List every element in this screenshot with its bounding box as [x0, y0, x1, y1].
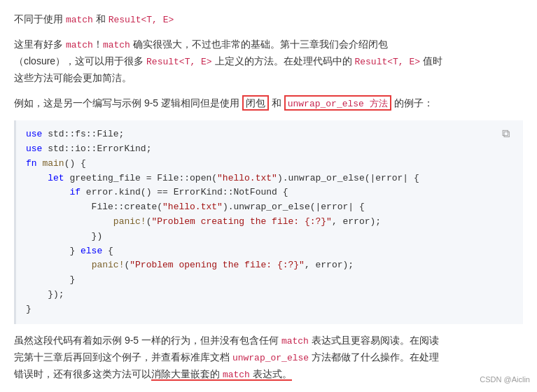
para4-unwrap: unwrap_or_else: [232, 353, 309, 363]
code-line-8: panic!("Problem creating the file: {:?}"…: [26, 215, 513, 230]
closure-highlight: 闭包: [242, 95, 269, 111]
para3-and: 和: [272, 97, 284, 108]
para3-suffix: 的例子：: [394, 97, 433, 108]
code-line-1: use std::fs::File;: [26, 127, 513, 142]
code-line-6: if error.kind() == ErrorKind::NotFound {: [26, 186, 513, 200]
para2-result: Result<T, E>: [146, 57, 212, 67]
para4-highlight: 消除大量嵌套的 match 表达式。: [151, 368, 292, 381]
unwrap-highlight: unwrap_or_else 方法: [284, 95, 391, 111]
code-line-11: panic!("Problem opening the file: {:?}",…: [26, 258, 513, 273]
para4-match: match: [281, 336, 309, 346]
page-container: 不同于使用 match 和 Result<T, E> 这里有好多 match！m…: [0, 0, 537, 392]
para2-match1: match: [66, 40, 93, 50]
title-result-code: Result<T, E>: [109, 15, 174, 25]
code-line-14: }: [26, 302, 513, 317]
para2-match2: match: [103, 40, 130, 50]
bottom-paragraph: 虽然这段代码有着如示例 9-5 一样的行为，但并没有包含任何 match 表达式…: [14, 332, 523, 383]
para4-match2: match: [223, 370, 250, 380]
code-line-7: File::create("hello.txt").unwrap_or_else…: [26, 200, 513, 215]
title-text: 不同于使用 match 和 Result<T, E>: [14, 13, 174, 24]
para3-prefix: 例如，这是另一个编写与示例 9-5 逻辑相同但是使用: [14, 97, 239, 108]
code-line-9: }): [26, 230, 513, 244]
code-line-12: }: [26, 273, 513, 288]
footer-attribution: CSDN @Aiclin: [480, 373, 530, 386]
code-line-10: } else {: [26, 244, 513, 259]
code-line-5: let greeting_file = File::open("hello.tx…: [26, 172, 513, 186]
code-line-4: fn main() {: [26, 157, 513, 172]
footer-text: CSDN @Aiclin: [480, 375, 530, 384]
code-block: ⧉ use std::fs::File; use std::io::ErrorK…: [14, 120, 523, 323]
paragraph-2: 这里有好多 match！match 确实很强大，不过也非常的基础。第十三章我们会…: [14, 36, 523, 87]
para4-text: 虽然这段代码有着如示例 9-5 一样的行为，但并没有包含任何 match 表达式…: [14, 335, 439, 379]
para2-text: 这里有好多 match！match 确实很强大，不过也非常的基础。第十三章我们会…: [14, 38, 442, 83]
code-line-2: use std::io::ErrorKind;: [26, 142, 513, 157]
unwrap-code: unwrap_or_else 方法: [288, 99, 388, 109]
title-match-code: match: [66, 15, 93, 25]
paragraph-3: 例如，这是另一个编写与示例 9-5 逻辑相同但是使用 闭包 和 unwrap_o…: [14, 95, 523, 112]
code-line-13: });: [26, 288, 513, 302]
title-paragraph: 不同于使用 match 和 Result<T, E>: [14, 11, 523, 28]
copy-icon[interactable]: ⧉: [502, 126, 516, 140]
para2-result2: Result<T, E>: [354, 57, 420, 67]
